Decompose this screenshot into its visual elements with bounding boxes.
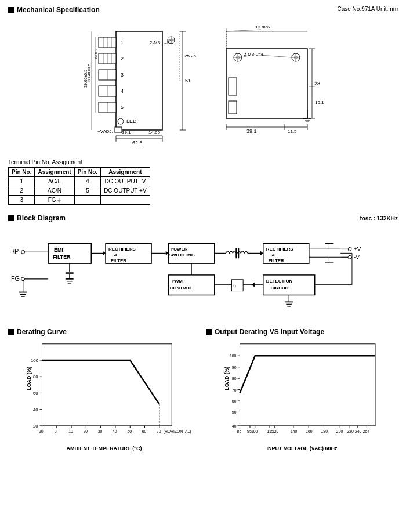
svg-text:LED: LED [126,118,137,124]
svg-text:PWM: PWM [172,278,183,284]
terminal-label: Terminal Pin No. Assignment [8,159,150,165]
svg-text:13 max.: 13 max. [255,24,271,30]
output-derating-xlabel: INPUT VOLTAGE (VAC) 60Hz [206,446,398,451]
mech-diagrams: 1 2 3 4 5 LED +VADJ. [8,20,398,153]
front-view-diagram: 1 2 3 4 5 LED +VADJ. [81,20,197,153]
svg-text:100: 100 [31,358,39,363]
derating-title: Derating Curve [17,328,67,336]
block-diagram-section: Block Diagram fosc : 132KHz I/P FG EMI F… [8,214,398,319]
svg-text:60: 60 [232,399,237,403]
svg-text:20: 20 [33,424,38,429]
table-row: 1 AC/L 4 DC OUTPUT -V [9,177,150,186]
th-assignment-1: Assignment [35,168,74,177]
svg-text:80: 80 [33,374,38,379]
block-diagram-header: Block Diagram fosc : 132KHz [8,214,398,222]
derating-chart: LOAD (%) 100 80 60 40 20 -20 [8,339,200,444]
th-assignment-2: Assignment [101,168,150,177]
svg-text:40: 40 [113,429,117,433]
svg-text:-V: -V [354,254,360,260]
table-row: 2 AC/N 5 DC OUTPUT +V [9,186,150,196]
svg-text:70: 70 [232,388,237,392]
output-derating-chart: LOAD (%) 100 90 80 70 60 50 40 [206,339,398,444]
svg-text:30.48±0.5: 30.48±0.5 [87,64,91,82]
svg-text:30: 30 [98,429,103,433]
svg-text:LOAD (%): LOAD (%) [26,367,32,390]
svg-text:100: 100 [251,429,258,433]
svg-text:62.5: 62.5 [132,140,143,146]
svg-text:140: 140 [291,429,298,433]
svg-text:20: 20 [84,429,88,433]
block-diagram-container: I/P FG EMI FILTER [8,226,398,319]
svg-text:FILTER: FILTER [269,258,284,263]
svg-text:2: 2 [121,56,124,61]
block-diagram-title: Block Diagram [17,214,66,222]
top-view-diagram: 2-M3 L=4 13 max. 28 15.1 [209,20,325,153]
svg-point-20 [118,118,124,124]
th-pin-no-1: Pin No. [9,168,35,177]
svg-text:3: 3 [121,72,124,78]
svg-text:6±0.2: 6±0.2 [94,48,98,59]
svg-text:+VADJ.: +VADJ. [97,129,113,134]
section-icon [8,329,14,335]
svg-text:FILTER: FILTER [111,258,126,263]
svg-point-135 [348,255,351,259]
charts-row: Derating Curve LOAD (%) 100 80 60 40 [8,328,398,451]
svg-text:-20: -20 [38,429,44,433]
svg-text:15.1: 15.1 [315,100,324,105]
svg-text:60: 60 [33,390,38,396]
svg-text:CONTROL: CONTROL [170,285,193,291]
table-row: 3 FG ⏚ [9,196,150,205]
svg-text:240: 240 [355,429,362,433]
svg-text:60: 60 [142,429,147,433]
svg-point-89 [21,277,25,281]
svg-text:70: 70 [157,429,161,433]
svg-rect-157 [42,344,172,426]
svg-text:14.65: 14.65 [148,130,161,135]
output-derating-section: Output Derating VS Input Voltage LOAD (%… [206,328,398,451]
svg-text:80: 80 [232,377,237,381]
mech-spec-header: Mechanical Specification [8,6,100,14]
section-icon [8,215,14,221]
svg-text:40: 40 [33,407,38,412]
svg-text:4: 4 [121,88,124,94]
svg-text:+V: +V [354,245,361,252]
derating-curve-section: Derating Curve LOAD (%) 100 80 60 40 [8,328,200,451]
svg-point-86 [21,250,25,254]
svg-text:POWER: POWER [171,247,188,252]
svg-text:51: 51 [185,78,191,84]
derating-header: Derating Curve [8,328,200,336]
svg-text:FG: FG [11,275,20,282]
svg-text:SWITCHING: SWITCHING [169,252,195,258]
derating-xlabel: AMBIENT TEMPERATURE (°C) [8,446,200,451]
svg-text:10: 10 [68,429,73,433]
svg-text:11.5: 11.5 [288,129,297,134]
svg-text:85: 85 [237,429,242,433]
svg-rect-0 [116,31,162,130]
svg-text:RECTIFIERS: RECTIFIERS [108,247,136,252]
svg-text:0: 0 [55,429,57,433]
svg-text:180: 180 [321,429,328,433]
svg-rect-23 [115,127,122,133]
svg-text:(HORIZONTAL): (HORIZONTAL) [164,429,191,434]
svg-text:28: 28 [314,81,320,86]
svg-text:CIRCUIT: CIRCUIT [271,285,289,291]
svg-text:40: 40 [232,424,237,428]
svg-text:220: 220 [347,429,354,433]
svg-text:DETECTION: DETECTION [266,278,293,284]
svg-rect-58 [229,78,237,95]
svg-line-67 [226,30,261,31]
svg-text:264: 264 [363,429,370,433]
terminal-table-wrap: Terminal Pin No. Assignment Pin No. Assi… [8,159,150,205]
svg-text:50: 50 [232,410,237,414]
svg-text:39.1: 39.1 [122,130,131,135]
svg-text:1: 1 [121,39,124,45]
svg-text:EMI: EMI [54,247,63,253]
terminal-table: Pin No. Assignment Pin No. Assignment 1 … [8,167,150,205]
svg-text:200: 200 [336,429,343,433]
output-derating-header: Output Derating VS Input Voltage [206,328,398,336]
svg-text:100: 100 [230,354,237,358]
svg-text:↑↓: ↑↓ [233,284,237,288]
svg-text:I/P: I/P [11,248,19,255]
svg-text:90: 90 [232,365,237,370]
svg-rect-95 [48,244,91,264]
